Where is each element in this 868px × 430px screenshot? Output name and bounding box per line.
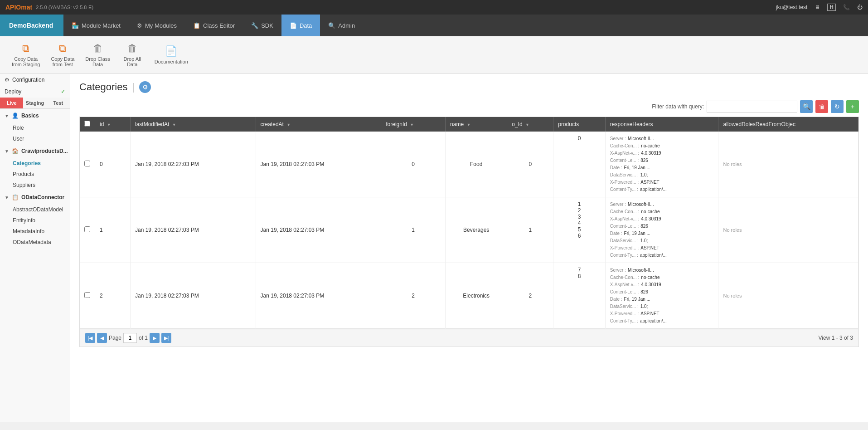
data-table-wrap: id ▼ lastModifiedAt ▼ createdAt ▼ foreig…: [79, 117, 859, 347]
page-settings-button[interactable]: ⚙: [139, 81, 151, 93]
cell-foreignid: 0: [381, 132, 446, 197]
nav-class-editor[interactable]: 📋 Class Editor: [185, 15, 243, 36]
page-header: Categories | ⚙: [79, 81, 859, 93]
env-tabs: Live Staging Test: [0, 98, 70, 109]
cell-createdat: Jan 19, 2018 02:27:03 PM: [256, 263, 381, 329]
drop-class-button[interactable]: 🗑 Drop ClassData: [81, 40, 114, 70]
cell-responseheaders: Server :Microsoft-II...Cache-Con... :no-…: [605, 132, 718, 197]
nav-my-modules[interactable]: ⚙ My Modules: [129, 15, 185, 36]
cell-allowedroles: No roles: [718, 132, 858, 197]
copy-test-button[interactable]: ⧉ Copy Datafrom Test: [46, 40, 79, 70]
class-editor-icon: 📋: [193, 22, 200, 29]
phone-icon[interactable]: 📞: [843, 4, 850, 10]
refresh-icon: ↻: [834, 103, 840, 110]
col-id[interactable]: id ▼: [95, 117, 131, 132]
data-toolbar: ⧉ Copy Datafrom Staging ⧉ Copy Datafrom …: [0, 36, 868, 74]
documentation-button[interactable]: 📄 Documentation: [150, 43, 193, 67]
sidebar-item-role[interactable]: Role: [0, 122, 70, 133]
app-logo: APIOmat: [5, 4, 32, 11]
sidebar-item-entityinfo[interactable]: EntityInfo: [0, 215, 70, 226]
row-checkbox[interactable]: [84, 161, 90, 166]
col-foreignid[interactable]: foreignId ▼: [381, 117, 446, 132]
data-table: id ▼ lastModifiedAt ▼ createdAt ▼ foreig…: [80, 117, 858, 329]
monitor-icon[interactable]: 🖥: [815, 4, 820, 10]
filter-input[interactable]: [707, 101, 797, 112]
view-count: View 1 - 3 of 3: [819, 335, 853, 341]
sidebar-item-products[interactable]: Products: [0, 169, 70, 180]
search-icon: 🔍: [803, 103, 810, 110]
table-row: 0Jan 19, 2018 02:27:03 PMJan 19, 2018 02…: [80, 132, 858, 197]
nav-data[interactable]: 📄 Data: [281, 15, 320, 36]
col-products: products: [553, 117, 606, 132]
cell-lastmodified: Jan 19, 2018 02:27:03 PM: [130, 263, 256, 329]
next-page-button[interactable]: ▶: [150, 333, 160, 343]
nav-admin[interactable]: 🔍 Admin: [320, 15, 363, 36]
drop-class-icon: 🗑: [93, 43, 103, 54]
sidebar-item-categories[interactable]: Categories: [0, 158, 70, 169]
sidebar-config[interactable]: ⚙ Configuration: [0, 74, 70, 86]
sidebar: ⚙ Configuration Deploy ✓ Live Staging Te…: [0, 74, 70, 422]
my-modules-icon: ⚙: [137, 22, 142, 29]
sidebar-item-abstractodata[interactable]: AbstractODataModel: [0, 204, 70, 215]
nav-sdk[interactable]: 🔧 SDK: [243, 15, 281, 36]
drop-all-button[interactable]: 🗑 Drop AllData: [116, 40, 148, 70]
drop-all-label: Drop AllData: [124, 56, 141, 67]
cell-oid: 1: [507, 197, 553, 263]
nav-module-market[interactable]: 🏪 Module Market: [63, 15, 129, 36]
sidebar-section-basics[interactable]: ▼ 👤 Basics: [0, 109, 70, 122]
col-allowedroles: allowedRolesReadFromObjec: [718, 117, 858, 132]
cell-oid: 2: [507, 263, 553, 329]
add-button[interactable]: +: [846, 100, 859, 113]
copy-staging-button[interactable]: ⧉ Copy Datafrom Staging: [7, 40, 44, 70]
col-lastmodified[interactable]: lastModifiedAt ▼: [130, 117, 256, 132]
cell-lastmodified: Jan 19, 2018 02:27:03 PM: [130, 197, 256, 263]
sidebar-item-metadatainfo[interactable]: MetadataInfo: [0, 226, 70, 237]
cell-name: Food: [446, 132, 507, 197]
odata-arrow: ▼: [5, 195, 9, 200]
odata-icon: 📋: [12, 194, 19, 200]
odata-label: ODataConnector: [21, 194, 64, 200]
prev-page-button[interactable]: ◀: [97, 333, 107, 343]
basics-label: Basics: [21, 112, 39, 119]
search-button[interactable]: 🔍: [800, 100, 813, 113]
select-all-checkbox[interactable]: [84, 121, 90, 127]
sidebar-item-user[interactable]: User: [0, 133, 70, 144]
col-createdat[interactable]: createdAt ▼: [256, 117, 381, 132]
cell-products: 1 2 3 4 5 6: [553, 197, 606, 263]
drop-class-label: Drop ClassData: [85, 56, 110, 67]
page-number-input[interactable]: [123, 333, 137, 343]
sdk-icon: 🔧: [251, 22, 258, 29]
sidebar-deploy[interactable]: Deploy ✓: [0, 86, 70, 98]
env-tab-staging[interactable]: Staging: [23, 98, 46, 108]
copy-staging-label: Copy Datafrom Staging: [12, 56, 40, 67]
delete-icon: 🗑: [819, 103, 825, 110]
deploy-check-icon: ✓: [61, 88, 65, 95]
power-icon[interactable]: ⏻: [857, 4, 863, 10]
sidebar-section-crawl[interactable]: ▼ 🏠 CrawlproductsD...: [0, 144, 70, 158]
env-tab-test[interactable]: Test: [47, 98, 70, 108]
nav-label: Module Market: [82, 22, 121, 29]
copy-staging-icon: ⧉: [22, 43, 29, 54]
col-name[interactable]: name ▼: [446, 117, 507, 132]
filter-label: Filter data with query:: [652, 103, 704, 110]
first-page-button[interactable]: |◀: [85, 333, 95, 343]
last-page-button[interactable]: ▶|: [161, 333, 171, 343]
sidebar-item-suppliers[interactable]: Suppliers: [0, 180, 70, 191]
row-checkbox[interactable]: [84, 292, 90, 298]
env-tab-live[interactable]: Live: [0, 98, 23, 108]
crawl-icon: 🏠: [12, 148, 19, 154]
row-checkbox[interactable]: [84, 226, 90, 232]
deploy-label: Deploy: [5, 88, 21, 95]
crawl-arrow: ▼: [5, 149, 9, 154]
sidebar-item-odatametadata[interactable]: ODataMetadata: [0, 237, 70, 248]
doc-icon: 📄: [165, 45, 177, 57]
delete-button[interactable]: 🗑: [815, 100, 828, 113]
cell-id: 1: [95, 197, 131, 263]
col-oid[interactable]: o_Id ▼: [507, 117, 553, 132]
nav-brand: DemoBackend: [0, 15, 63, 36]
sidebar-section-odata[interactable]: ▼ 📋 ODataConnector: [0, 191, 70, 204]
config-label: Configuration: [12, 77, 44, 83]
refresh-button[interactable]: ↻: [831, 100, 844, 113]
help-icon[interactable]: H: [827, 4, 836, 11]
cell-responseheaders: Server :Microsoft-II...Cache-Con... :no-…: [605, 263, 718, 329]
